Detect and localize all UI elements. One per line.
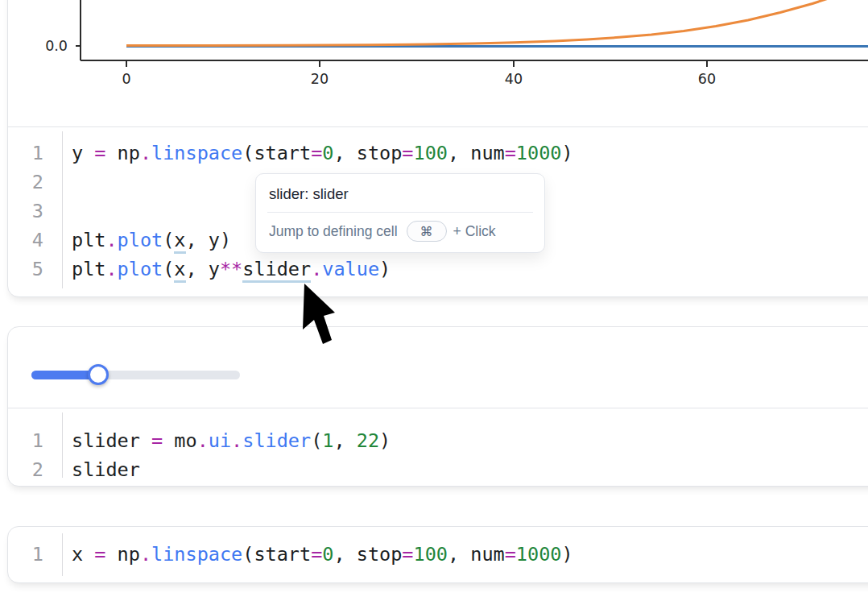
plot-output [8, 0, 868, 126]
marimo-notebook: 1y = np.linspace(start=0, stop=100, num=… [0, 0, 868, 601]
line-number: 3 [8, 197, 62, 226]
click-hint: + Click [453, 223, 496, 240]
slider-thumb[interactable] [88, 364, 109, 385]
code-line[interactable]: 1slider = mo.ui.slider(1, 22) [8, 426, 868, 455]
jump-to-defining-cell-hint: Jump to defining cell [269, 223, 398, 240]
cell-slider: 1slider = mo.ui.slider(1, 22)2slider [7, 326, 868, 487]
code-line[interactable]: 5plt.plot(x, y**slider.value) [8, 255, 868, 284]
line-number: 5 [8, 255, 62, 284]
code-editor-slider[interactable]: 1slider = mo.ui.slider(1, 22)2slider [8, 408, 868, 486]
slider-output [8, 327, 868, 408]
gutter-divider [62, 131, 63, 288]
code-line[interactable]: 1y = np.linspace(start=0, stop=100, num=… [8, 139, 868, 168]
command-key-icon: ⌘ [407, 221, 447, 242]
gutter-divider [62, 412, 63, 478]
line-number: 1 [8, 426, 62, 455]
variable-tooltip: slider: slider Jump to defining cell ⌘ +… [255, 173, 545, 253]
line-number: 2 [8, 455, 62, 484]
line-number: 2 [8, 168, 62, 197]
gutter-divider [62, 533, 63, 576]
code-line[interactable]: 2slider [8, 455, 868, 484]
reactive-variable: x [174, 258, 185, 283]
tooltip-divider [267, 212, 533, 213]
tooltip-title: slider: slider [269, 185, 531, 203]
cell-x: 1x = np.linspace(start=0, stop=100, num=… [7, 526, 868, 583]
reactive-variable: x [174, 229, 185, 254]
code-line[interactable]: 1x = np.linspace(start=0, stop=100, num=… [8, 540, 868, 569]
line-number: 4 [8, 226, 62, 255]
slider-track[interactable] [31, 371, 240, 379]
line-number: 1 [8, 139, 62, 168]
reactive-variable: slider [242, 258, 311, 283]
code-editor-x[interactable]: 1x = np.linspace(start=0, stop=100, num=… [8, 527, 868, 582]
line-number: 1 [8, 540, 62, 569]
slider-widget[interactable] [31, 363, 249, 387]
